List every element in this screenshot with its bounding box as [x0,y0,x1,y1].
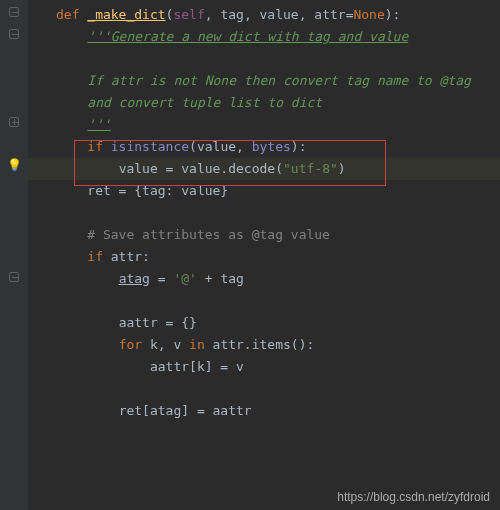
code-line[interactable]: if isinstance(value, bytes): [28,136,500,158]
code-editor[interactable]: 💡 def _make_dict(self, tag, value, attr=… [0,0,500,510]
punct: ) [291,139,299,154]
fold-close-icon[interactable] [7,115,21,129]
code-line[interactable]: ret[atag] = aattr [28,400,500,422]
code-line[interactable]: ''' [28,114,500,136]
string-literal: '@' [173,271,196,286]
comment: # Save attributes as @tag value [87,227,330,242]
builtin: bytes [252,139,291,154]
keyword: if [87,249,110,264]
function-name: _make_dict [87,7,165,22]
punct: , [244,7,260,22]
punct: , [236,139,252,154]
punct: , [158,337,174,352]
op: = [150,271,173,286]
punct: ) [338,161,346,176]
param: attr [314,7,345,22]
docstring: '''Generate a new dict with tag and valu… [87,29,408,44]
code-line-active[interactable]: value = value.decode("utf-8") [28,158,500,180]
punct: , [205,7,221,22]
code-line[interactable]: aattr = {} [28,312,500,334]
punct: ): [385,7,401,22]
code-line[interactable]: def _make_dict(self, tag, value, attr=No… [28,4,500,26]
punct: : [299,139,307,154]
code-text: attr.items(): [213,337,315,352]
keyword: in [181,337,212,352]
code-area[interactable]: def _make_dict(self, tag, value, attr=No… [28,0,500,510]
code-text: attr: [111,249,150,264]
arg: value [197,139,236,154]
lightbulb-icon[interactable]: 💡 [7,158,21,172]
code-line[interactable]: '''Generate a new dict with tag and valu… [28,26,500,48]
code-text: ret = {tag: value} [87,183,228,198]
builtin: isinstance [111,139,189,154]
watermark: https://blog.csdn.net/zyfdroid [337,490,490,504]
docstring: ''' [87,117,110,132]
code-text: value = value.decode( [119,161,283,176]
string-literal: "utf-8" [283,161,338,176]
var: k [150,337,158,352]
punct: ( [189,139,197,154]
keyword: def [56,7,87,22]
code-line[interactable]: if attr: [28,246,500,268]
code-line[interactable] [28,202,500,224]
none-literal: None [353,7,384,22]
code-text: + tag [197,271,244,286]
code-line[interactable]: ret = {tag: value} [28,180,500,202]
keyword: if [87,139,110,154]
code-text: aattr[k] = v [150,359,244,374]
param: value [260,7,299,22]
code-line[interactable]: atag = '@' + tag [28,268,500,290]
fold-icon[interactable] [7,270,21,284]
code-line[interactable] [28,290,500,312]
param: tag [220,7,243,22]
docstring: If attr is not None then convert tag nam… [87,73,471,88]
code-line[interactable]: # Save attributes as @tag value [28,224,500,246]
gutter: 💡 [0,0,28,510]
code-line[interactable]: aattr[k] = v [28,356,500,378]
code-line[interactable] [28,48,500,70]
fold-icon[interactable] [7,5,21,19]
docstring: and convert tuple list to dict [87,95,322,110]
code-line[interactable]: and convert tuple list to dict [28,92,500,114]
var: atag [119,271,150,286]
param-self: self [173,7,204,22]
code-line[interactable]: for k, v in attr.items(): [28,334,500,356]
code-text: ret[atag] = aattr [119,403,252,418]
code-line[interactable] [28,378,500,400]
fold-icon[interactable] [7,27,21,41]
keyword: for [119,337,150,352]
code-text: aattr = {} [119,315,197,330]
code-line[interactable]: If attr is not None then convert tag nam… [28,70,500,92]
punct: , [299,7,315,22]
